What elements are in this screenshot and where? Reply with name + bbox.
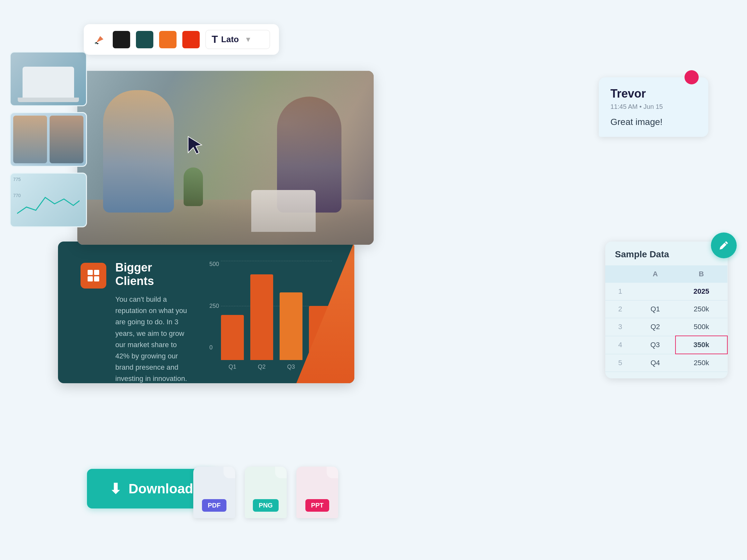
scene: T Lato ▼ 775 770: [0, 0, 747, 560]
comment-dot: [685, 70, 699, 84]
file-badge-pdf[interactable]: PDF: [193, 466, 235, 518]
download-label: Download: [129, 481, 193, 497]
row-1-a: [635, 283, 675, 300]
row-3-b: 500k: [675, 318, 727, 336]
comment-bubble: Trevor 11:45 AM • Jun 15 Great image!: [599, 77, 709, 137]
chart-x-q2: Q2: [250, 364, 273, 370]
svg-rect-2: [87, 270, 93, 275]
cursor-icon: [187, 135, 204, 157]
slide-icon: [80, 263, 106, 289]
sample-data-title: Sample Data: [605, 241, 728, 265]
chart-x-q1: Q1: [221, 364, 244, 370]
row-num-5: 5: [605, 354, 635, 372]
file-badge-ppt-wrap: PPT: [297, 466, 338, 518]
main-image-card: [77, 71, 374, 245]
table-row: 2 Q1 250k: [605, 300, 727, 318]
row-num-2: 2: [605, 300, 635, 318]
font-dropdown-arrow: ▼: [244, 35, 252, 44]
file-badges: PDF PNG PPT: [193, 466, 338, 518]
row-1-b: 2025: [675, 283, 727, 300]
font-t-icon: T: [212, 33, 218, 46]
svg-rect-3: [94, 270, 99, 275]
table-row: 3 Q2 500k: [605, 318, 727, 336]
swatch-red-orange[interactable]: [182, 31, 200, 48]
chart-y-500: 500: [209, 261, 219, 268]
thumbnail-panel: 775 770: [10, 52, 87, 228]
col-header-a: A: [635, 265, 675, 283]
file-badge-png-wrap: PNG: [245, 466, 287, 518]
file-badge-pdf-wrap: PDF: [193, 466, 235, 518]
file-badge-ppt[interactable]: PPT: [297, 466, 338, 518]
col-header-b: B: [675, 265, 727, 283]
row-4-b-highlight[interactable]: 350k: [675, 336, 727, 354]
dark-slide: Bigger Clients You can't build a reputat…: [58, 241, 354, 383]
row-num-4: 4: [605, 336, 635, 354]
main-image-bg: [77, 71, 374, 245]
row-num-3: 3: [605, 318, 635, 336]
sample-data-table: A B 1 2025 2 Q1 250k 3 Q2 500k: [605, 265, 728, 372]
table-row: 4 Q3 350k: [605, 336, 727, 354]
slide-body: You can't build a reputation on what you…: [115, 294, 190, 383]
svg-point-0: [95, 42, 97, 44]
pdf-label: PDF: [202, 499, 227, 512]
thumbnail-chart[interactable]: 775 770: [10, 172, 87, 228]
edit-fab-button[interactable]: [711, 233, 737, 258]
ppt-label: PPT: [305, 499, 330, 512]
slide-title: Bigger Clients: [115, 261, 190, 288]
table-row: 1 2025: [605, 283, 727, 300]
svg-rect-5: [94, 276, 99, 282]
bar-q3: [280, 292, 303, 360]
bar-q1: [221, 315, 244, 360]
thumbnail-laptop[interactable]: [10, 52, 87, 106]
color-toolbar: T Lato ▼: [84, 24, 279, 55]
sample-data-card: Sample Data A B 1 2025 2 Q1 250k: [605, 241, 728, 378]
paint-bucket-icon[interactable]: [93, 32, 107, 47]
svg-marker-1: [188, 136, 202, 154]
row-2-a: Q1: [635, 300, 675, 318]
swatch-black[interactable]: [113, 31, 130, 48]
comment-time: 11:45 AM • Jun 15: [611, 103, 697, 110]
svg-rect-4: [87, 276, 93, 282]
chart-y-0: 0: [209, 344, 219, 351]
row-4-a: Q3: [635, 336, 675, 354]
row-5-a: Q4: [635, 354, 675, 372]
png-label: PNG: [253, 499, 278, 512]
thumbnail-people[interactable]: [10, 112, 87, 167]
font-selector[interactable]: T Lato ▼: [206, 30, 270, 49]
col-header-empty: [605, 265, 635, 283]
swatch-teal[interactable]: [136, 31, 153, 48]
bar-q2: [250, 274, 273, 360]
row-5-b: 250k: [675, 354, 727, 372]
comment-message: Great image!: [611, 117, 697, 127]
download-icon: ⬇: [109, 480, 122, 497]
chart-x-q3: Q3: [280, 364, 303, 370]
file-badge-png[interactable]: PNG: [245, 466, 287, 518]
row-2-b: 250k: [675, 300, 727, 318]
table-row: 5 Q4 250k: [605, 354, 727, 372]
row-num-1: 1: [605, 283, 635, 300]
comment-author: Trevor: [611, 87, 697, 101]
swatch-orange[interactable]: [159, 31, 177, 48]
chart-y-250: 250: [209, 303, 219, 310]
font-name-label: Lato: [221, 34, 239, 45]
row-3-a: Q2: [635, 318, 675, 336]
